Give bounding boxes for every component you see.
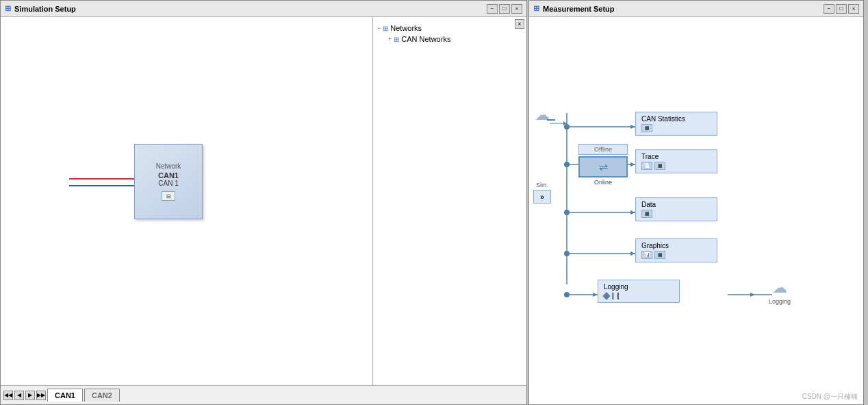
- logging-title: Logging: [604, 283, 674, 291]
- svg-marker-17: [630, 210, 635, 214]
- graphics-sheet-icon: ▦: [654, 251, 665, 259]
- data-block[interactable]: Data ▦: [635, 197, 717, 221]
- simulation-setup-window: ⊞ Simulation Setup − □ × Network CAN1 CA…: [0, 0, 527, 405]
- tree-content: − ⊞ Networks + ⊞ CAN Networks: [373, 17, 526, 50]
- sim-tree-panel: × − ⊞ Networks + ⊞ CAN Networks: [372, 17, 526, 385]
- network-node-label: Network: [156, 162, 181, 170]
- trace-block[interactable]: Trace 📄 ▦: [635, 149, 717, 173]
- sim-control-area: Sim. »: [533, 182, 551, 204]
- can-networks-label: CAN Networks: [401, 35, 450, 43]
- sim-close-button[interactable]: ×: [511, 4, 522, 14]
- tree-panel-close-button[interactable]: ×: [515, 19, 524, 29]
- networks-label: Networks: [390, 24, 422, 32]
- svg-marker-15: [630, 125, 635, 129]
- meas-minimize-button[interactable]: −: [824, 4, 834, 14]
- network-node-sub: CAN 1: [158, 180, 178, 187]
- networks-tree-icon: ⊞: [383, 25, 388, 32]
- svg-point-11: [564, 162, 570, 167]
- logging-pause-icon: | |: [612, 292, 620, 299]
- can-statistics-table-icon: ▦: [641, 124, 652, 132]
- tab-nav-last-button[interactable]: ▶▶: [36, 391, 46, 400]
- can-statistics-block[interactable]: CAN Statistics ▦: [635, 112, 717, 136]
- tab-can2[interactable]: CAN2: [84, 389, 120, 402]
- logging-block[interactable]: Logging | |: [598, 280, 680, 303]
- graphics-icons: 📊 ▦: [641, 251, 711, 259]
- offline-label: Offline: [578, 144, 628, 155]
- network-node-db-icon: ⊟: [162, 191, 175, 201]
- tab-can1[interactable]: CAN1: [47, 389, 83, 402]
- online-label: Online: [578, 179, 628, 186]
- graphics-title: Graphics: [641, 242, 711, 249]
- cloud-connector-line: [547, 119, 555, 121]
- networks-expand-icon[interactable]: −: [377, 25, 381, 32]
- meas-window-controls: − □ ×: [824, 4, 859, 14]
- sim-title: ⊞ Simulation Setup: [5, 4, 76, 13]
- can-statistics-icons: ▦: [641, 124, 711, 132]
- input-cloud-icon: ☁: [535, 106, 550, 124]
- sim-control-label: Sim.: [536, 182, 548, 188]
- online-button[interactable]: ⇌: [578, 156, 628, 177]
- can-line-red: [69, 178, 134, 180]
- sim-titlebar: ⊞ Simulation Setup − □ ×: [1, 1, 526, 17]
- data-icons: ▦: [641, 210, 711, 218]
- svg-point-13: [564, 251, 570, 256]
- svg-marker-20: [750, 293, 755, 297]
- data-table-icon: ▦: [641, 210, 652, 218]
- tab-nav-first-button[interactable]: ◀◀: [3, 391, 13, 400]
- meas-close-button[interactable]: ×: [848, 4, 859, 14]
- logging-cloud-icon: ☁: [772, 279, 787, 297]
- sim-title-icon: ⊞: [5, 4, 11, 13]
- sim-arrows-button[interactable]: »: [533, 190, 551, 204]
- svg-marker-19: [593, 293, 598, 297]
- trace-sheet-icon: ▦: [654, 162, 665, 170]
- trace-title: Trace: [641, 153, 711, 160]
- logging-diamond-icon: [602, 292, 610, 299]
- tree-networks-item[interactable]: − ⊞ Networks: [377, 23, 522, 34]
- network-node[interactable]: Network CAN1 CAN 1 ⊟: [134, 144, 203, 219]
- sim-tabs-bar: ◀◀ ◀ ▶ ▶▶ CAN1 CAN2: [1, 385, 526, 404]
- watermark: CSDN @一只楠喃: [802, 392, 858, 402]
- sim-title-text: Simulation Setup: [14, 5, 76, 13]
- measurement-setup-window: ⊞ Measurement Setup − □ ×: [528, 0, 864, 405]
- can-line-blue: [69, 185, 134, 186]
- can-networks-tree-icon: ⊞: [394, 36, 399, 43]
- sim-content-area: Network CAN1 CAN 1 ⊟ × − ⊞ Networks + ⊞ …: [1, 17, 526, 385]
- meas-content-area: ☁ Sim. » Offline ⇌ Online CAN Statistics…: [529, 17, 863, 404]
- meas-title-text: Measurement Setup: [543, 5, 615, 13]
- switch-node[interactable]: Offline ⇌ Online: [578, 144, 628, 186]
- svg-marker-9: [563, 121, 567, 125]
- can-statistics-title: CAN Statistics: [641, 115, 711, 123]
- sim-window-controls: − □ ×: [487, 4, 522, 14]
- meas-restore-button[interactable]: □: [836, 4, 847, 14]
- tab-nav-prev-button[interactable]: ◀: [14, 391, 24, 400]
- meas-title-icon: ⊞: [533, 4, 539, 13]
- online-arrows-icon: ⇌: [599, 160, 608, 173]
- sim-minimize-button[interactable]: −: [487, 4, 498, 14]
- graphics-chart-icon: 📊: [641, 251, 652, 259]
- svg-marker-18: [630, 251, 635, 256]
- data-title: Data: [641, 201, 711, 208]
- svg-point-12: [564, 210, 570, 215]
- logging-output-node: ☁ Logging: [769, 279, 791, 305]
- trace-doc-icon: 📄: [641, 162, 652, 170]
- network-node-name: CAN1: [158, 171, 179, 180]
- logging-output-label: Logging: [769, 298, 791, 305]
- svg-point-14: [564, 292, 570, 297]
- meas-titlebar: ⊞ Measurement Setup − □ ×: [529, 1, 863, 17]
- trace-icons: 📄 ▦: [641, 162, 711, 170]
- svg-marker-16: [630, 162, 635, 167]
- can-networks-expand-icon[interactable]: +: [388, 36, 392, 42]
- meas-title: ⊞ Measurement Setup: [533, 4, 615, 13]
- graphics-block[interactable]: Graphics 📊 ▦: [635, 238, 717, 262]
- svg-point-10: [564, 124, 570, 130]
- sim-canvas: Network CAN1 CAN 1 ⊟: [1, 17, 372, 385]
- logging-controls: | |: [604, 292, 674, 299]
- tab-nav-next-button[interactable]: ▶: [25, 391, 35, 400]
- tree-can-networks-item[interactable]: + ⊞ CAN Networks: [388, 34, 522, 45]
- sim-restore-button[interactable]: □: [499, 4, 510, 14]
